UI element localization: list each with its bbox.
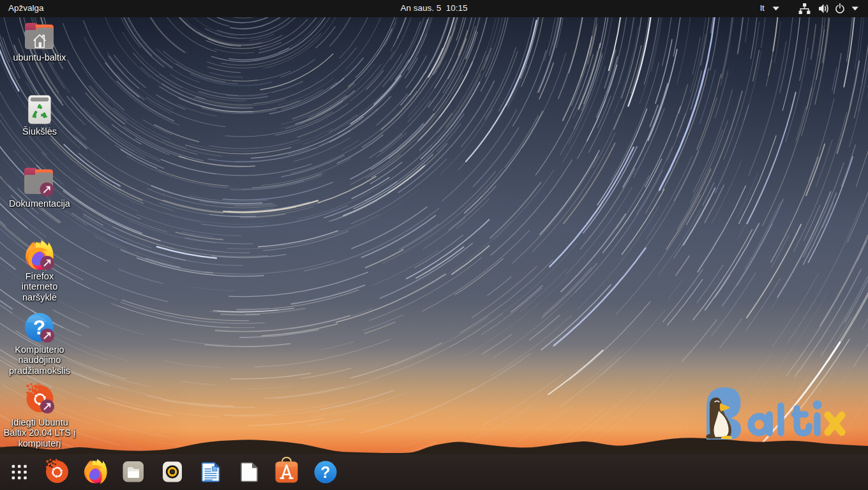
svg-text:?: ? [320, 463, 330, 481]
